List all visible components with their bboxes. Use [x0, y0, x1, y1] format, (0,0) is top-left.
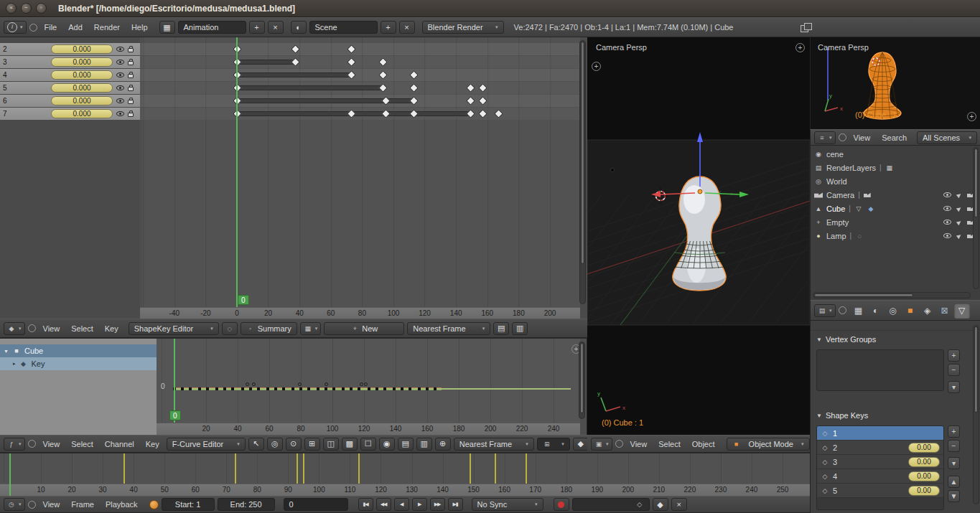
restrict-view-icon[interactable] [943, 206, 951, 211]
shapekey-specials-button[interactable]: ▾ [948, 457, 960, 469]
shape-keys-panel-header[interactable]: ▼ Shape Keys [816, 411, 868, 420]
outliner-editor[interactable]: ◉cene▤RenderLayers|▦◎WorldCamera|▲Cube|▽… [810, 146, 980, 300]
fcurve-keyframe[interactable] [249, 387, 252, 390]
move-shapekey-down-button[interactable]: ▼ [948, 490, 960, 502]
fcurve-keyframe[interactable] [198, 387, 201, 390]
tab-scene[interactable]: ◐ [868, 303, 884, 319]
tab-modifiers[interactable]: ⊠ [937, 303, 953, 319]
menu-search[interactable]: Search [877, 133, 911, 142]
snap-mode-dropdown[interactable]: Nearest Frame▾ [454, 438, 534, 451]
header-context-icon[interactable] [28, 324, 36, 332]
window-minimize-button[interactable]: − [21, 3, 32, 14]
vertex-groups-panel-header[interactable]: ▼ Vertex Groups [816, 335, 876, 344]
delete-keyframe-button[interactable]: × [671, 498, 687, 511]
header-context-icon[interactable] [839, 306, 846, 314]
menu-object[interactable]: Object [688, 440, 719, 448]
snap-magnet-icon[interactable]: ◉ [379, 438, 395, 451]
mesh-data-icon[interactable]: ▽ [854, 205, 863, 212]
current-frame-line[interactable] [236, 37, 238, 307]
fcurve-keyframe[interactable] [426, 387, 429, 390]
modifier-wrench-icon[interactable]: ◆ [867, 205, 875, 212]
editor-mode-dropdown[interactable]: F-Curve Editor▾ [167, 438, 246, 451]
editor-type-button[interactable]: ◆▾ [4, 322, 25, 335]
channel-value-slider[interactable]: 0.000 [51, 57, 113, 67]
visibility-eye-icon[interactable] [116, 47, 124, 52]
normalize-icon[interactable]: ▩ [342, 438, 358, 451]
lock-icon[interactable] [128, 74, 134, 78]
outliner-tree[interactable]: ◉cene▤RenderLayers|▦◎WorldCamera|▲Cube|▽… [811, 146, 980, 289]
channel-key[interactable]: ▸ ◆ Key [0, 357, 157, 370]
shapekey-list-item[interactable]: ◇1 [817, 426, 943, 441]
menu-select[interactable]: Select [67, 440, 98, 448]
dopesheet-scrollbar[interactable] [579, 40, 586, 304]
current-frame-line[interactable] [9, 453, 11, 496]
scene-unlink-button[interactable]: × [399, 21, 415, 34]
graph-scrollbar[interactable] [579, 342, 585, 419]
channel-value-slider[interactable]: 0.000 [51, 83, 113, 93]
shapekey-list-item[interactable]: ◇20.00 [817, 441, 943, 455]
fcurve-keyframe[interactable] [307, 387, 310, 390]
restrict-select-icon[interactable] [956, 205, 962, 211]
window-maximize-button[interactable]: ▫ [36, 3, 47, 14]
tab-world[interactable]: ◎ [885, 303, 901, 319]
header-context-icon[interactable] [615, 440, 623, 448]
screen-layout-browse-button[interactable]: ▦ [159, 21, 175, 34]
shapekey-list-item[interactable]: ◇50.00 [817, 484, 943, 498]
expand-icon[interactable]: ▼ [4, 349, 9, 354]
shapekey-value-slider[interactable]: 0.00 [908, 457, 940, 467]
outliner-item[interactable]: +Empty [811, 215, 980, 229]
editor-type-button[interactable]: ▣▾ [591, 438, 612, 451]
scene-name-field[interactable]: Scene [309, 21, 378, 34]
preview-viewport[interactable]: x y Camera Persp (0) Cube : 1 + [810, 37, 980, 129]
fcurve-keyframe[interactable] [409, 387, 411, 390]
fcurve-keyframe[interactable] [206, 387, 209, 390]
channel-value-slider[interactable]: 0.000 [51, 44, 113, 54]
outliner-item[interactable]: ▤RenderLayers|▦ [811, 161, 980, 174]
menu-playback[interactable]: Playback [101, 500, 142, 509]
scrollbar-thumb[interactable] [814, 293, 913, 297]
collapse-region-icon[interactable]: + [795, 43, 805, 52]
jump-to-start-button[interactable]: ▮◀ [358, 498, 373, 511]
editor-mode-dropdown[interactable]: ShapeKey Editor▾ [129, 322, 219, 335]
lock-icon[interactable] [128, 48, 134, 52]
proportional-edit-icon[interactable]: ◎ [267, 438, 283, 451]
properties-scrollbar[interactable] [973, 325, 979, 504]
lamp-data-icon[interactable]: ◌ [855, 232, 864, 240]
restrict-select-icon[interactable] [956, 232, 962, 238]
insert-keyframe-icon[interactable]: ⊕ [435, 438, 451, 451]
lock-icon[interactable] [128, 87, 134, 91]
fcurve-keyframe[interactable] [274, 387, 277, 390]
fcurve-keyframe[interactable] [401, 387, 403, 390]
duplicate-window-icon[interactable] [801, 23, 811, 32]
graph-editor[interactable]: 20406080100120140160180200220240 0 0 + ▼… [0, 338, 587, 435]
mode-dropdown[interactable]: ■Object Mode▾ [727, 438, 810, 451]
restrict-select-icon[interactable] [956, 192, 962, 197]
visibility-eye-icon[interactable] [116, 85, 124, 90]
view-frame-icon[interactable]: ☐ [360, 438, 376, 451]
vertex-groups-list[interactable] [816, 349, 944, 391]
fcurve-keyframe[interactable] [342, 387, 345, 390]
active-keying-set-field[interactable]: ⊞▾ [537, 438, 570, 451]
outliner-vscrollbar[interactable] [973, 147, 979, 289]
fcurve-keyframe[interactable] [257, 387, 260, 390]
summary-toggle[interactable]: ◦Summary [241, 322, 297, 335]
preview-range-icon[interactable] [149, 500, 159, 509]
editor-type-button[interactable]: ▤▾ [814, 304, 836, 317]
jump-to-next-keyframe-button[interactable]: ▶▶ [430, 498, 445, 511]
paste-keyframes-icon[interactable]: ▥ [416, 438, 432, 451]
menu-view[interactable]: View [39, 500, 65, 509]
play-reverse-button[interactable]: ◀ [394, 498, 409, 511]
fcurve-keyframe[interactable] [291, 387, 294, 390]
menu-view[interactable]: View [849, 133, 875, 142]
menu-select[interactable]: Select [654, 440, 685, 448]
outliner-item[interactable]: ▲Cube|▽◆ [811, 202, 980, 215]
fcurve-keyframe[interactable] [299, 387, 302, 390]
copy-keyframes-icon[interactable]: ▤ [493, 322, 509, 335]
scrollbar-thumb[interactable] [580, 343, 584, 413]
scrollbar-thumb[interactable] [974, 326, 978, 413]
current-frame-field[interactable]: 0 [284, 498, 348, 511]
menu-channel[interactable]: Channel [101, 440, 139, 448]
editor-type-button[interactable]: i▾ [4, 21, 27, 34]
pivot-point-icon[interactable]: ⊙ [286, 438, 302, 451]
active-keying-set-field[interactable]: ◇ [572, 498, 650, 511]
